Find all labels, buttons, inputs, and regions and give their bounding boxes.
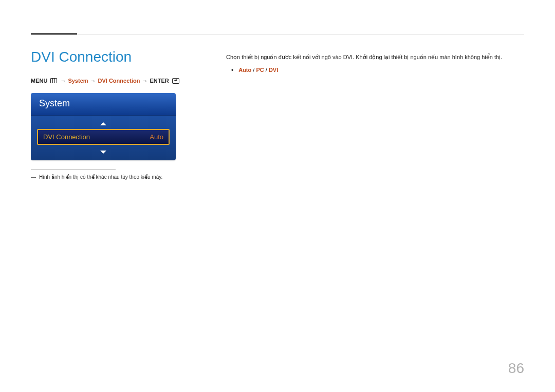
osd-row-value: Auto: [150, 133, 163, 141]
footnote-dash: ―: [31, 174, 36, 180]
option-auto: Auto: [238, 67, 251, 73]
page-title: DVI Connection: [31, 49, 206, 65]
breadcrumb-menu-label: MENU: [31, 78, 47, 84]
osd-header: System: [31, 93, 176, 116]
option-dvi: DVI: [269, 67, 278, 73]
page-root: DVI Connection MENU → System → DVI Conne…: [0, 0, 555, 392]
breadcrumb-dvi-connection: DVI Connection: [98, 78, 140, 84]
osd-scroll-up-row: [37, 119, 170, 127]
breadcrumb-arrow-2: →: [90, 78, 96, 84]
left-column: DVI Connection MENU → System → DVI Conne…: [31, 49, 206, 180]
osd-panel: System DVI Connection Auto: [31, 93, 176, 160]
options-values: Auto / PC / DVI: [238, 67, 278, 73]
options-bullet: •: [231, 67, 233, 74]
option-pc: PC: [256, 67, 264, 73]
osd-selected-row: DVI Connection Auto: [37, 129, 170, 145]
footnote-separator: [31, 170, 116, 170]
menu-icon: [50, 78, 57, 83]
breadcrumb-arrow-3: →: [142, 78, 147, 84]
top-horizontal-rule: [31, 34, 524, 34]
osd-scroll-down-row: [37, 147, 170, 155]
footnote-text: Hình ảnh hiển thị có thể khác nhau tùy t…: [39, 174, 162, 180]
option-sep-2: /: [264, 67, 269, 73]
breadcrumb-system: System: [68, 78, 88, 84]
description-text: Chọn thiết bị nguồn được kết nối với ngõ…: [226, 53, 524, 62]
breadcrumb-arrow-1: →: [60, 78, 66, 84]
osd-row-label: DVI Connection: [43, 133, 90, 141]
right-column: Chọn thiết bị nguồn được kết nối với ngõ…: [226, 49, 524, 180]
columns-wrapper: DVI Connection MENU → System → DVI Conne…: [31, 49, 524, 180]
footnote: ― Hình ảnh hiển thị có thể khác nhau tùy…: [31, 174, 206, 180]
chevron-up-icon: [100, 122, 106, 125]
options-line: • Auto / PC / DVI: [226, 67, 524, 74]
breadcrumb-enter-label: ENTER: [150, 78, 169, 84]
chevron-down-icon: [100, 151, 106, 154]
breadcrumb: MENU → System → DVI Connection → ENTER: [31, 78, 206, 84]
osd-body: DVI Connection Auto: [31, 116, 176, 160]
enter-icon: [172, 78, 179, 84]
page-number: 86: [508, 360, 524, 377]
